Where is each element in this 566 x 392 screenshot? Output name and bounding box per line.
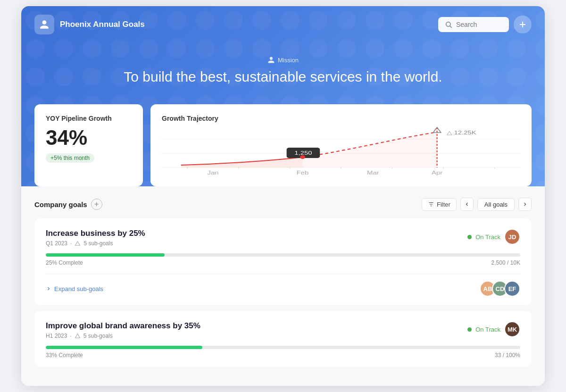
complete-label: 25% Complete — [46, 259, 83, 266]
triangle-icon — [75, 241, 81, 247]
prev-arrow-button[interactable] — [460, 198, 474, 211]
goal-sub-count: 5 sub-goals — [83, 333, 113, 339]
yoy-card-title: YOY Pipeline Growth — [46, 115, 132, 122]
cards-row: YOY Pipeline Growth 34% +5% this month G… — [34, 104, 532, 186]
growth-card: Growth Trajectory — [150, 104, 532, 186]
goal-info: Improve global brand awareness by 35% H1… — [46, 321, 200, 339]
triangle-icon — [75, 333, 81, 339]
svg-text:△ 12.25K: △ 12.25K — [447, 130, 476, 136]
yoy-card: YOY Pipeline Growth 34% +5% this month — [34, 104, 143, 186]
goal-footer: 25% Complete 2,500 / 10K — [46, 259, 520, 266]
header-top: Phoenix Annual Goals — [34, 15, 532, 34]
brand-icon — [34, 15, 54, 34]
chevron-right-small-icon — [46, 286, 51, 292]
expand-label: Expand sub-goals — [54, 285, 103, 292]
goal-name: Increase business by 25% — [46, 229, 145, 238]
goal-info: Increase business by 25% Q1 2023 · 5 sub… — [46, 229, 145, 247]
svg-line-1 — [450, 26, 452, 28]
svg-text:Mar: Mar — [367, 170, 379, 176]
goal-meta: H1 2023 · 5 sub-goals — [46, 333, 200, 339]
avatar-stack: AB CD EF — [480, 281, 520, 297]
add-goal-button[interactable]: + — [91, 199, 102, 210]
svg-text:Jan: Jan — [208, 170, 219, 176]
status-text: On Track — [475, 234, 500, 241]
progress-bar-wrap — [46, 346, 520, 349]
goal-value: 33 / 100% — [495, 352, 520, 359]
svg-text:Apr: Apr — [432, 170, 443, 176]
goal-footer: 33% Complete 33 / 100% — [46, 352, 520, 359]
mission-section: Mission To build the best, sustainable s… — [34, 51, 532, 100]
progress-bar-wrap — [46, 253, 520, 257]
header-actions — [438, 16, 532, 33]
status-text: On Track — [475, 326, 500, 333]
brand-title: Phoenix Annual Goals — [60, 20, 145, 29]
svg-point-9 — [300, 155, 305, 159]
app-container: Phoenix Annual Goals — [21, 6, 545, 386]
yoy-badge: +5% this month — [46, 153, 94, 163]
main-content: Company goals + Filter All goals — [21, 186, 545, 386]
svg-text:1,250: 1,250 — [294, 150, 312, 156]
plus-icon — [518, 20, 527, 29]
mission-label: Mission — [34, 56, 532, 64]
team-avatar-3: EF — [504, 281, 520, 297]
goals-title: Company goals — [34, 200, 87, 209]
header: Phoenix Annual Goals — [21, 6, 545, 186]
header-brand: Phoenix Annual Goals — [34, 15, 145, 34]
search-box[interactable] — [438, 17, 509, 32]
avatar: MK — [504, 321, 520, 337]
expand-sub-goals-button[interactable]: Expand sub-goals — [46, 285, 103, 292]
svg-point-0 — [446, 22, 450, 26]
expand-row: Expand sub-goals AB CD EF — [46, 274, 520, 297]
search-input[interactable] — [456, 21, 502, 28]
add-goal-icon: + — [94, 200, 99, 209]
mission-icon — [267, 56, 275, 64]
goal-value: 2,500 / 10K — [491, 259, 520, 266]
goal-card-header: Increase business by 25% Q1 2023 · 5 sub… — [46, 229, 520, 247]
goals-title-row: Company goals + — [34, 199, 102, 210]
person-icon — [39, 19, 50, 30]
svg-text:Feb: Feb — [297, 170, 309, 176]
add-button[interactable] — [514, 16, 532, 33]
status-dot — [467, 327, 472, 332]
all-goals-button[interactable]: All goals — [477, 198, 515, 211]
goal-status: On Track MK — [467, 321, 520, 337]
growth-card-title: Growth Trajectory — [162, 115, 520, 122]
goal-card: Improve global brand awareness by 35% H1… — [34, 311, 532, 367]
goal-period: Q1 2023 — [46, 240, 67, 247]
goals-controls: Filter All goals — [422, 198, 532, 211]
goal-period: H1 2023 — [46, 333, 67, 339]
chart-container: 1,250 △ 12.25K Jan Feb Mar Apr — [162, 125, 520, 177]
chevron-right-icon — [522, 201, 528, 207]
growth-chart-svg: 1,250 △ 12.25K Jan Feb Mar Apr — [162, 125, 520, 177]
goal-sub-count: 5 sub-goals — [83, 240, 113, 247]
goal-name: Improve global brand awareness by 35% — [46, 321, 200, 331]
goal-card: Increase business by 25% Q1 2023 · 5 sub… — [34, 218, 532, 305]
mission-text: To build the best, sustainable services … — [34, 68, 532, 85]
status-dot — [467, 235, 472, 239]
next-arrow-button[interactable] — [518, 198, 532, 211]
progress-bar-fill — [46, 253, 165, 257]
search-icon — [445, 21, 452, 28]
goal-card-header: Improve global brand awareness by 35% H1… — [46, 321, 520, 339]
progress-bar-fill — [46, 346, 202, 349]
filter-button[interactable]: Filter — [422, 198, 457, 211]
complete-label: 33% Complete — [46, 352, 83, 359]
avatar: JD — [504, 229, 520, 245]
mission-label-text: Mission — [278, 57, 299, 64]
filter-label: Filter — [437, 201, 450, 208]
filter-icon — [428, 201, 434, 208]
chevron-left-icon — [464, 201, 470, 207]
goal-meta: Q1 2023 · 5 sub-goals — [46, 240, 145, 247]
goal-status: On Track JD — [467, 229, 520, 245]
goals-header: Company goals + Filter All goals — [34, 198, 532, 211]
yoy-card-value: 34% — [46, 126, 132, 150]
